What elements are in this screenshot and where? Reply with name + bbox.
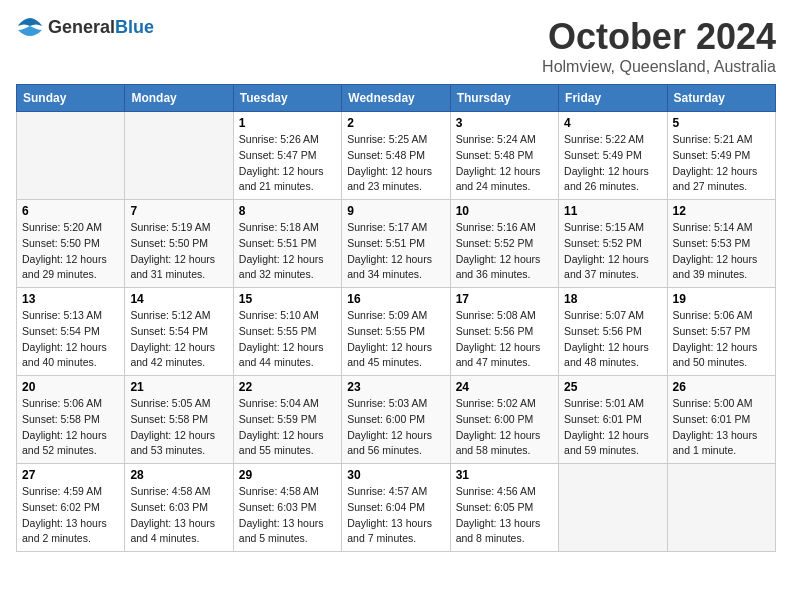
day-info: Sunrise: 4:58 AM Sunset: 6:03 PM Dayligh… <box>130 484 227 547</box>
title-area: October 2024 Holmview, Queensland, Austr… <box>542 16 776 76</box>
day-info: Sunrise: 5:17 AM Sunset: 5:51 PM Dayligh… <box>347 220 444 283</box>
day-number: 23 <box>347 380 444 394</box>
day-info: Sunrise: 5:22 AM Sunset: 5:49 PM Dayligh… <box>564 132 661 195</box>
day-info: Sunrise: 5:09 AM Sunset: 5:55 PM Dayligh… <box>347 308 444 371</box>
calendar-cell <box>559 464 667 552</box>
day-number: 5 <box>673 116 770 130</box>
calendar-cell: 25Sunrise: 5:01 AM Sunset: 6:01 PM Dayli… <box>559 376 667 464</box>
day-info: Sunrise: 5:06 AM Sunset: 5:58 PM Dayligh… <box>22 396 119 459</box>
calendar-cell: 22Sunrise: 5:04 AM Sunset: 5:59 PM Dayli… <box>233 376 341 464</box>
weekday-header-row: SundayMondayTuesdayWednesdayThursdayFrid… <box>17 85 776 112</box>
calendar-week-row: 1Sunrise: 5:26 AM Sunset: 5:47 PM Daylig… <box>17 112 776 200</box>
day-info: Sunrise: 5:07 AM Sunset: 5:56 PM Dayligh… <box>564 308 661 371</box>
day-number: 12 <box>673 204 770 218</box>
calendar-cell: 8Sunrise: 5:18 AM Sunset: 5:51 PM Daylig… <box>233 200 341 288</box>
day-number: 3 <box>456 116 553 130</box>
day-number: 26 <box>673 380 770 394</box>
day-number: 18 <box>564 292 661 306</box>
calendar-cell: 20Sunrise: 5:06 AM Sunset: 5:58 PM Dayli… <box>17 376 125 464</box>
day-number: 10 <box>456 204 553 218</box>
day-info: Sunrise: 5:14 AM Sunset: 5:53 PM Dayligh… <box>673 220 770 283</box>
day-number: 20 <box>22 380 119 394</box>
month-title: October 2024 <box>542 16 776 58</box>
day-info: Sunrise: 4:56 AM Sunset: 6:05 PM Dayligh… <box>456 484 553 547</box>
logo-text: GeneralBlue <box>48 17 154 38</box>
day-number: 2 <box>347 116 444 130</box>
day-info: Sunrise: 5:21 AM Sunset: 5:49 PM Dayligh… <box>673 132 770 195</box>
day-number: 27 <box>22 468 119 482</box>
day-info: Sunrise: 5:18 AM Sunset: 5:51 PM Dayligh… <box>239 220 336 283</box>
day-info: Sunrise: 5:15 AM Sunset: 5:52 PM Dayligh… <box>564 220 661 283</box>
day-info: Sunrise: 5:02 AM Sunset: 6:00 PM Dayligh… <box>456 396 553 459</box>
day-info: Sunrise: 5:26 AM Sunset: 5:47 PM Dayligh… <box>239 132 336 195</box>
calendar-cell: 11Sunrise: 5:15 AM Sunset: 5:52 PM Dayli… <box>559 200 667 288</box>
calendar-cell: 29Sunrise: 4:58 AM Sunset: 6:03 PM Dayli… <box>233 464 341 552</box>
calendar-cell: 17Sunrise: 5:08 AM Sunset: 5:56 PM Dayli… <box>450 288 558 376</box>
day-number: 8 <box>239 204 336 218</box>
calendar-cell: 1Sunrise: 5:26 AM Sunset: 5:47 PM Daylig… <box>233 112 341 200</box>
day-info: Sunrise: 5:04 AM Sunset: 5:59 PM Dayligh… <box>239 396 336 459</box>
weekday-header: Sunday <box>17 85 125 112</box>
day-number: 21 <box>130 380 227 394</box>
day-info: Sunrise: 4:59 AM Sunset: 6:02 PM Dayligh… <box>22 484 119 547</box>
day-number: 22 <box>239 380 336 394</box>
day-info: Sunrise: 5:24 AM Sunset: 5:48 PM Dayligh… <box>456 132 553 195</box>
logo: GeneralBlue <box>16 16 154 38</box>
day-info: Sunrise: 5:16 AM Sunset: 5:52 PM Dayligh… <box>456 220 553 283</box>
weekday-header: Wednesday <box>342 85 450 112</box>
calendar-cell: 2Sunrise: 5:25 AM Sunset: 5:48 PM Daylig… <box>342 112 450 200</box>
calendar-cell: 16Sunrise: 5:09 AM Sunset: 5:55 PM Dayli… <box>342 288 450 376</box>
logo-blue: Blue <box>115 17 154 37</box>
calendar-cell: 13Sunrise: 5:13 AM Sunset: 5:54 PM Dayli… <box>17 288 125 376</box>
calendar-week-row: 13Sunrise: 5:13 AM Sunset: 5:54 PM Dayli… <box>17 288 776 376</box>
day-info: Sunrise: 4:57 AM Sunset: 6:04 PM Dayligh… <box>347 484 444 547</box>
calendar-cell: 18Sunrise: 5:07 AM Sunset: 5:56 PM Dayli… <box>559 288 667 376</box>
weekday-header: Thursday <box>450 85 558 112</box>
calendar-cell: 23Sunrise: 5:03 AM Sunset: 6:00 PM Dayli… <box>342 376 450 464</box>
calendar-cell <box>125 112 233 200</box>
day-number: 16 <box>347 292 444 306</box>
calendar-cell: 3Sunrise: 5:24 AM Sunset: 5:48 PM Daylig… <box>450 112 558 200</box>
calendar-cell: 31Sunrise: 4:56 AM Sunset: 6:05 PM Dayli… <box>450 464 558 552</box>
logo-general: General <box>48 17 115 37</box>
header: GeneralBlue October 2024 Holmview, Queen… <box>16 16 776 76</box>
calendar-cell: 19Sunrise: 5:06 AM Sunset: 5:57 PM Dayli… <box>667 288 775 376</box>
day-number: 31 <box>456 468 553 482</box>
day-info: Sunrise: 5:19 AM Sunset: 5:50 PM Dayligh… <box>130 220 227 283</box>
calendar-cell: 9Sunrise: 5:17 AM Sunset: 5:51 PM Daylig… <box>342 200 450 288</box>
calendar-cell: 10Sunrise: 5:16 AM Sunset: 5:52 PM Dayli… <box>450 200 558 288</box>
calendar-cell <box>17 112 125 200</box>
calendar-cell: 6Sunrise: 5:20 AM Sunset: 5:50 PM Daylig… <box>17 200 125 288</box>
day-info: Sunrise: 5:05 AM Sunset: 5:58 PM Dayligh… <box>130 396 227 459</box>
calendar-cell: 4Sunrise: 5:22 AM Sunset: 5:49 PM Daylig… <box>559 112 667 200</box>
day-info: Sunrise: 5:12 AM Sunset: 5:54 PM Dayligh… <box>130 308 227 371</box>
weekday-header: Tuesday <box>233 85 341 112</box>
day-number: 29 <box>239 468 336 482</box>
day-number: 15 <box>239 292 336 306</box>
calendar-cell: 15Sunrise: 5:10 AM Sunset: 5:55 PM Dayli… <box>233 288 341 376</box>
calendar-week-row: 6Sunrise: 5:20 AM Sunset: 5:50 PM Daylig… <box>17 200 776 288</box>
day-number: 14 <box>130 292 227 306</box>
calendar-cell: 26Sunrise: 5:00 AM Sunset: 6:01 PM Dayli… <box>667 376 775 464</box>
day-info: Sunrise: 5:10 AM Sunset: 5:55 PM Dayligh… <box>239 308 336 371</box>
day-info: Sunrise: 5:01 AM Sunset: 6:01 PM Dayligh… <box>564 396 661 459</box>
calendar-cell: 27Sunrise: 4:59 AM Sunset: 6:02 PM Dayli… <box>17 464 125 552</box>
calendar-cell: 14Sunrise: 5:12 AM Sunset: 5:54 PM Dayli… <box>125 288 233 376</box>
day-number: 25 <box>564 380 661 394</box>
calendar-cell: 21Sunrise: 5:05 AM Sunset: 5:58 PM Dayli… <box>125 376 233 464</box>
calendar-cell <box>667 464 775 552</box>
day-info: Sunrise: 5:20 AM Sunset: 5:50 PM Dayligh… <box>22 220 119 283</box>
calendar-cell: 24Sunrise: 5:02 AM Sunset: 6:00 PM Dayli… <box>450 376 558 464</box>
weekday-header: Friday <box>559 85 667 112</box>
day-number: 28 <box>130 468 227 482</box>
weekday-header: Monday <box>125 85 233 112</box>
weekday-header: Saturday <box>667 85 775 112</box>
calendar: SundayMondayTuesdayWednesdayThursdayFrid… <box>16 84 776 552</box>
day-number: 7 <box>130 204 227 218</box>
calendar-cell: 28Sunrise: 4:58 AM Sunset: 6:03 PM Dayli… <box>125 464 233 552</box>
day-info: Sunrise: 5:13 AM Sunset: 5:54 PM Dayligh… <box>22 308 119 371</box>
day-number: 11 <box>564 204 661 218</box>
day-info: Sunrise: 5:08 AM Sunset: 5:56 PM Dayligh… <box>456 308 553 371</box>
day-number: 1 <box>239 116 336 130</box>
location-title: Holmview, Queensland, Australia <box>542 58 776 76</box>
